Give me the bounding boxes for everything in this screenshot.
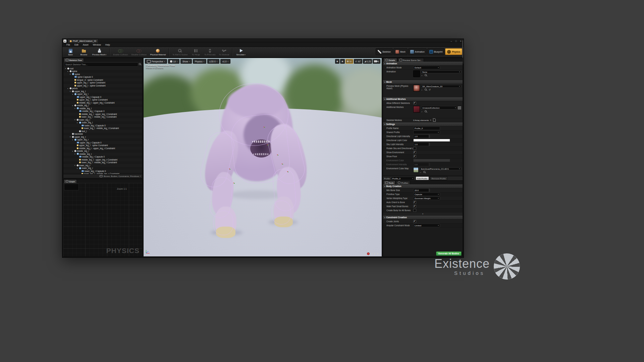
profile-dropdown[interactable]: Profile_0▾ xyxy=(391,177,415,180)
expander-icon[interactable]: ▾ xyxy=(77,167,79,170)
browse-to-asset-icon[interactable] xyxy=(425,110,427,113)
tree-row[interactable]: ▾ lower_leg_l xyxy=(63,118,142,121)
dropdown-caret-icon[interactable]: ▾ xyxy=(245,54,246,56)
tree-row[interactable]: ▾ upper_leg_l xyxy=(63,93,142,96)
grid-snap-toggle[interactable]: ▦50 xyxy=(345,59,353,64)
tree-row[interactable]: ▾ upper_leg_l xyxy=(63,90,142,93)
tree-row[interactable]: upper_leg_r : spine Constraint xyxy=(63,144,142,147)
camera-speed-button[interactable]: 4 xyxy=(373,59,380,64)
tab-graph[interactable]: Graph xyxy=(64,179,77,183)
cube-map-dropdown[interactable]: EpicQuadPanorama_CC+EV1▾ xyxy=(420,167,461,170)
tab-profiles[interactable]: Profiles xyxy=(396,181,410,184)
tree-row[interactable]: lower_leg_l Capsule 0 xyxy=(63,124,142,127)
additional-meshes-dropdown[interactable]: UnsavedCollection▾ xyxy=(421,106,457,110)
perspective-menu[interactable]: Perspective▾ xyxy=(145,59,167,64)
animation-asset-thumbnail[interactable] xyxy=(413,70,420,77)
minimize-button[interactable]: – xyxy=(449,39,453,43)
create-joints-checkbox[interactable] xyxy=(413,220,416,223)
tree-row[interactable]: lower_leg_l : middle_leg_l Constraint xyxy=(63,127,142,130)
tree-row[interactable]: ▾ lower_leg_r xyxy=(63,167,142,170)
menu-item[interactable]: Window xyxy=(91,44,103,46)
tree-row[interactable]: upper_leg_r Capsule 0 xyxy=(63,141,142,144)
tree-row[interactable]: middle_leg_l : upper_leg_l Constraint xyxy=(63,113,142,116)
playback-speed-menu[interactable]: x1.0▾ xyxy=(220,59,230,64)
animation-mode-dropdown[interactable]: Default▾ xyxy=(413,66,440,69)
preview-mesh-button[interactable]: Preview Mesh▾ xyxy=(91,48,108,56)
pause-button[interactable] xyxy=(372,253,375,255)
tree-row[interactable]: ▾ middle_leg_r xyxy=(63,150,142,153)
additional-meshes-thumbnail[interactable] xyxy=(413,106,420,113)
tree-row[interactable]: upper_leg_l Capsule 0 xyxy=(63,96,142,99)
collection-grid-icon[interactable] xyxy=(458,106,461,110)
animation-asset-dropdown[interactable]: None▾ xyxy=(421,70,461,73)
preview-mesh-thumbnail[interactable] xyxy=(413,85,420,92)
tree-row[interactable]: ▾ middle_leg_r xyxy=(63,153,142,156)
tab-skeleton[interactable]: Skeleton xyxy=(376,48,393,55)
tree-row[interactable]: ▾ root xyxy=(63,67,142,70)
environment-intensity-spinner[interactable]: 1.0 xyxy=(413,163,430,166)
browse-to-asset-icon[interactable] xyxy=(425,88,427,91)
add-array-element-icon[interactable]: + xyxy=(430,119,431,122)
expander-icon[interactable]: ▾ xyxy=(72,104,74,107)
show-environment-checkbox[interactable] xyxy=(413,151,416,154)
tree-row[interactable]: ▾ middle_leg_l xyxy=(63,107,142,110)
rotate-sky-checkbox[interactable] xyxy=(413,147,416,150)
use-selected-asset-icon[interactable]: ← xyxy=(421,74,423,77)
clear-array-icon[interactable] xyxy=(433,119,436,122)
window-titlebar[interactable]: u PhAT_AlienCreature_03 – □ × xyxy=(62,39,464,43)
save-button[interactable]: Save xyxy=(64,48,77,56)
tree-row[interactable]: lower_leg_r Capsule 0 xyxy=(63,170,142,173)
min-bone-size-spinner[interactable]: 20.0 xyxy=(413,188,430,192)
cube-map-thumbnail[interactable] xyxy=(413,167,419,173)
preview-mesh-dropdown[interactable]: SK_AlienCreature_03▾ xyxy=(421,85,461,88)
tab-mesh[interactable]: Mesh xyxy=(393,48,408,55)
reset-asset-icon[interactable]: ↺ xyxy=(429,88,431,91)
category-constraint-creation[interactable]: ▾Constraint Creation xyxy=(383,216,463,220)
expander-icon[interactable]: ▾ xyxy=(72,150,74,153)
category-settings[interactable]: ▾Settings xyxy=(383,122,463,126)
browse-to-asset-icon[interactable] xyxy=(423,171,426,174)
tab-details[interactable]: Details xyxy=(383,58,397,62)
use-selected-asset-icon[interactable]: ← xyxy=(421,88,423,91)
panel-collapse-handle[interactable] xyxy=(462,252,463,256)
graph-node[interactable] xyxy=(64,184,79,190)
use-selected-asset-icon[interactable]: ← xyxy=(421,110,423,113)
tree-row[interactable]: ▾ middle_leg_l xyxy=(63,104,142,107)
record-button[interactable] xyxy=(367,252,370,255)
menu-item[interactable]: File xyxy=(64,44,72,46)
tree-row[interactable]: tongue_4 : spine Constraint xyxy=(63,78,142,81)
tree-row[interactable]: ▾ lower_leg_r xyxy=(63,164,142,167)
enable-collision-button[interactable]: Enable Collision xyxy=(111,48,129,56)
tree-row[interactable]: ▾ upper_leg_r xyxy=(63,138,142,141)
tree-row[interactable]: middle_leg_r Capsule 0 xyxy=(63,156,142,159)
shared-profile-dropdown[interactable]: ▾ xyxy=(413,130,440,134)
dropdown-caret-icon[interactable]: ▾ xyxy=(106,54,107,56)
simulate-button[interactable]: Simulate▾ xyxy=(234,48,248,56)
show-floor-checkbox[interactable] xyxy=(413,155,416,158)
angle-snap-value[interactable]: 90° xyxy=(358,60,361,63)
add-profile-button[interactable]: Add Profile xyxy=(416,176,429,180)
gizmo-mode-button[interactable]: ◆ xyxy=(335,59,339,64)
to-ball-socket-button[interactable]: To Ball & Socket xyxy=(171,48,189,56)
environment-color-swatch[interactable] xyxy=(413,159,450,162)
angular-constraint-mode-dropdown[interactable]: Limited▾ xyxy=(413,224,440,227)
scale-snap-toggle[interactable]: ◢0.25 xyxy=(363,59,372,64)
tree-row[interactable]: lower_leg_l : middle_leg_l Constraint xyxy=(63,116,142,119)
walk-past-small-bones-checkbox[interactable] xyxy=(413,205,416,208)
to-prismatic-button[interactable]: To Prismatic xyxy=(203,48,217,56)
use-selected-asset-icon[interactable]: ← xyxy=(420,171,422,174)
browse-button[interactable]: Browse xyxy=(77,48,91,56)
grid-snap-value[interactable]: 50 xyxy=(350,60,352,63)
play-button[interactable] xyxy=(377,253,379,255)
tree-row[interactable]: foot_l xyxy=(63,130,142,133)
graph-canvas[interactable]: Zoom 1:1 PHYSICS xyxy=(63,183,142,256)
expander-icon[interactable]: ▾ xyxy=(74,153,76,155)
menu-item[interactable]: Help xyxy=(103,44,112,46)
tree-row[interactable]: upper_leg_r : spine Constraint xyxy=(63,84,142,87)
tree-row[interactable]: lower_leg_r : middle_leg_r Constraint xyxy=(63,173,142,174)
tree-row[interactable]: spine Capsule 0 xyxy=(63,76,142,79)
maximize-button[interactable]: □ xyxy=(454,39,458,43)
disable-collision-button[interactable]: Disable Collision xyxy=(130,48,149,56)
tab-physics[interactable]: Physics xyxy=(445,48,462,55)
auto-orient-checkbox[interactable] xyxy=(413,201,416,204)
